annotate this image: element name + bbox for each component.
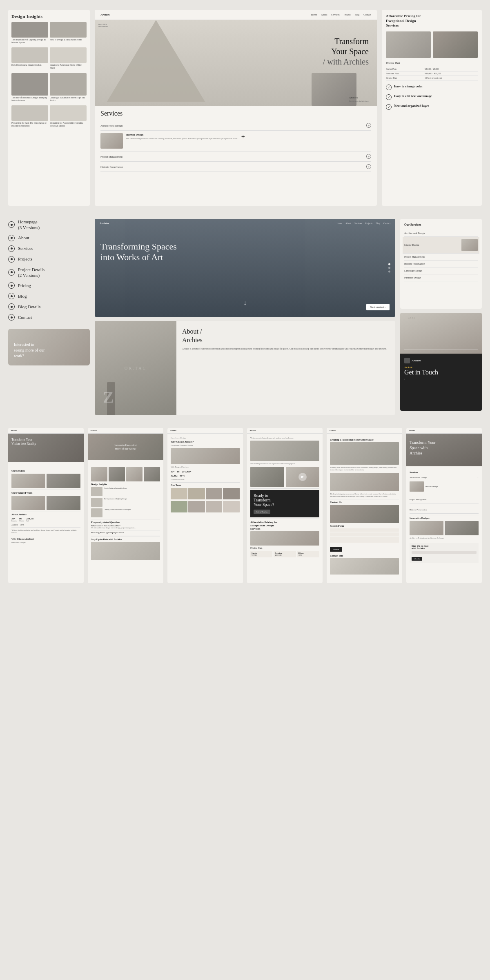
center-nav-about[interactable]: About — [345, 222, 351, 225]
mp5-form-field2[interactable] — [330, 532, 399, 536]
center-nav-services[interactable]: Services — [354, 222, 362, 225]
slist-furn: Furniture Design — [404, 276, 421, 279]
mp2-btext2: The Importance of Lighting Design — [104, 498, 127, 507]
mp4-img2 — [250, 467, 284, 487]
mp5-submit-button[interactable]: Submit — [330, 547, 342, 552]
mp2-faq-title: Frequently Asked Question — [91, 521, 160, 523]
nav-link-about[interactable]: About — [321, 13, 327, 16]
service-list-furn[interactable]: Furniture Design — [404, 274, 478, 281]
mp5-form-textarea[interactable] — [330, 537, 399, 543]
service-expand-interior[interactable]: + — [241, 133, 245, 149]
service-list-interior[interactable]: Interior Design — [403, 237, 479, 254]
mp2-top-imgs — [91, 467, 160, 481]
cta-button[interactable]: Start a project › — [366, 304, 390, 310]
nav-item-blog-details[interactable]: Blog Details — [8, 303, 90, 310]
mp1-divider — [11, 490, 80, 490]
mp6-service-arch[interactable]: Architectural Design + — [410, 475, 479, 480]
center-nav-projects[interactable]: Projects — [365, 222, 372, 225]
mini-page-4: Archies We incorporated natural material… — [247, 428, 323, 583]
mp3-team3 — [206, 488, 223, 499]
mp6-innovative-imgs — [410, 521, 479, 535]
mp4-pricing-row: Starter ¥2,500 Premium ¥10,000 Deluxe 10… — [250, 551, 319, 557]
dot — [388, 267, 390, 269]
blog-thumbnail — [11, 22, 48, 38]
mp4-play-icon: ▶ — [298, 473, 307, 481]
mp3-team-imgs — [171, 488, 240, 499]
mp3-stat3: 254,263+ — [182, 470, 191, 473]
mp6-hero-area: Transform YourSpace withArchies — [406, 434, 482, 466]
service-name-arch: Architectural Design — [100, 124, 122, 127]
mp1-content: Our Services Our Featured Work About Arc… — [8, 465, 84, 548]
mp3-team5 — [171, 501, 187, 512]
mp4-plan-deluxe: Deluxe 10% — [297, 551, 319, 557]
nav-item-blog[interactable]: Blog — [8, 293, 90, 299]
service-row-arch[interactable]: Architectural Design + — [100, 120, 371, 131]
mp5-logo: Archies — [329, 430, 336, 432]
service-expand-pm[interactable]: + — [366, 154, 371, 159]
mp4-plan-price-p: ¥10,000 — [275, 554, 294, 556]
mp3-img1 — [171, 448, 240, 464]
mp3-team-imgs2 — [171, 501, 240, 512]
nav-link-services[interactable]: Services — [331, 13, 339, 16]
nav-item-contact[interactable]: Contact — [8, 314, 90, 321]
center-nav-home[interactable]: Home — [337, 222, 342, 225]
nav-item-pricing[interactable]: Pricing — [8, 282, 90, 289]
nav-link-blog[interactable]: Blog — [355, 13, 360, 16]
nav-link-contact[interactable]: Contact — [363, 13, 371, 16]
nav-link-home[interactable]: Home — [311, 13, 317, 16]
blog-item: The Rise of Biophilic Design: Bringing N… — [11, 73, 48, 102]
mp2-bthumb3 — [91, 508, 102, 517]
nav-item-projects[interactable]: Projects — [8, 256, 90, 263]
service-row-interior[interactable]: Interior Design Our interior design serv… — [100, 131, 371, 151]
mini-page-3: Archies Excellence Design Why Choose Arc… — [167, 428, 243, 583]
nav-item-homepage[interactable]: Homepage(3 Versions) — [8, 219, 90, 231]
mp1-why-title: Why Choose Archies? — [11, 538, 80, 540]
nav-item-services[interactable]: Services — [8, 245, 90, 252]
service-list-pm[interactable]: Project Management — [404, 254, 478, 261]
mp4-divider — [250, 488, 319, 489]
mp6-service-hist[interactable]: Historic Preservation — [410, 503, 479, 514]
center-hero-panel: Archies Home About Services Projects Blo… — [95, 219, 395, 317]
service-img-thumb — [461, 239, 478, 251]
feature-item-color: ✓ Easy to change color — [386, 85, 478, 90]
nav-item-about[interactable]: About — [8, 235, 90, 241]
mp4-plan-starter: Starter ¥2,500 — [250, 551, 272, 557]
feature-check-icon: ✓ — [386, 85, 392, 90]
mp4-git-title: Ready toTransformYour Space? — [254, 493, 316, 507]
center-logo: Archies — [100, 222, 109, 225]
mp2-nav: Archies — [88, 428, 163, 434]
nav-label-pricing: Pricing — [18, 283, 31, 288]
mp3-team2 — [188, 488, 205, 499]
service-expand-hist[interactable]: + — [366, 164, 371, 169]
service-list-land[interactable]: Landscape Design — [404, 267, 478, 274]
mp6-service-interior[interactable]: Interior Design — [410, 480, 479, 493]
nav-panel: Homepage(3 Versions) About Services Proj… — [8, 219, 90, 415]
mp4-logo: Archies — [249, 430, 256, 432]
blog-panel-title: Design Insights — [11, 14, 87, 19]
mp1-work-title: Our Featured Work — [11, 492, 80, 494]
nav-link-project[interactable]: Project — [344, 13, 351, 16]
mp1-wimg2 — [47, 496, 80, 510]
scroll-dots — [388, 263, 390, 273]
mp2-divider2 — [91, 537, 160, 537]
service-row-hist[interactable]: Historic Preservation + — [100, 162, 371, 172]
center-nav-contact[interactable]: Contact — [383, 222, 390, 225]
mp5-form-field1[interactable] — [330, 528, 399, 532]
mp2-faq-q2: How long does a typical project take? — [91, 532, 160, 534]
slist-pm: Project Management — [404, 256, 425, 258]
mp6-service-pm[interactable]: Project Management — [410, 493, 479, 503]
service-list-arch[interactable]: Architectural Design — [404, 230, 478, 237]
service-list-hist[interactable]: Historic Preservation — [404, 261, 478, 267]
mp5-intro-text: Working from home has become the new nor… — [330, 466, 399, 472]
mp4-natural-text: We incorporated natural materials such a… — [250, 437, 319, 439]
center-nav-blog[interactable]: Blog — [376, 222, 380, 225]
mp6-subscribe-button[interactable]: Subscribe — [412, 557, 422, 561]
service-row-pm[interactable]: Project Management + — [100, 151, 371, 162]
nav-item-project-details[interactable]: Project Details(2 Versions) — [8, 267, 90, 278]
blog-item: Creating a Sustainable Home: Tips and Tr… — [50, 73, 87, 102]
mp4-git-button[interactable]: Get in Touch › — [254, 510, 270, 514]
mp6-email-input[interactable] — [412, 551, 477, 554]
mp6-expand-arch[interactable]: + — [477, 476, 479, 479]
mp5-contact-title: Contact Us — [330, 501, 399, 503]
service-expand-icon[interactable]: + — [366, 123, 371, 128]
